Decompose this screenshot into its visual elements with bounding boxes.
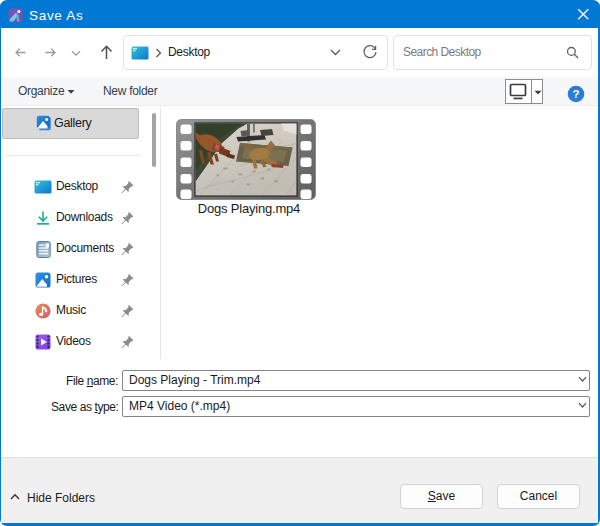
svg-text:?: ? [572, 88, 579, 100]
